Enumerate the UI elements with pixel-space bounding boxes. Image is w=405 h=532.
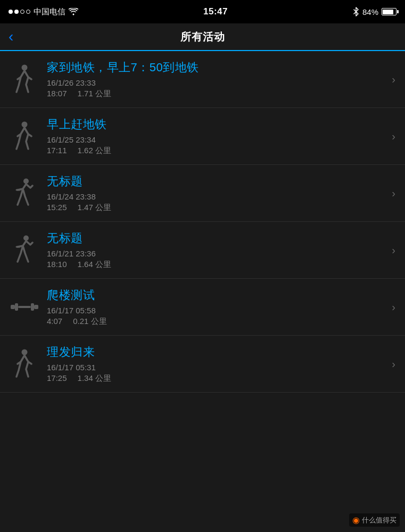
activity-duration: 17:25	[47, 373, 67, 384]
activity-content: 爬楼测试 16/1/17 05:58 4:07 0.21 公里	[47, 287, 387, 327]
activity-list: 家到地铁，早上7：50到地铁 16/1/26 23:33 18:07 1.71 …	[0, 51, 405, 532]
nav-bar: ‹ 所有活动	[0, 23, 405, 51]
activity-title: 爬楼测试	[47, 287, 387, 303]
activity-date: 16/1/17 05:58	[47, 306, 387, 315]
activity-distance: 1.62 公里	[78, 146, 111, 156]
activity-stats: 18:10 1.64 公里	[47, 260, 387, 270]
chevron-right-icon: ›	[392, 358, 395, 370]
status-left: 中国电信	[9, 7, 78, 17]
svg-point-2	[23, 179, 29, 184]
activity-content: 理发归来 16/1/17 05:31 17:25 1.34 公里	[47, 344, 387, 384]
svg-rect-6	[15, 303, 18, 311]
activity-item[interactable]: 早上赶地铁 16/1/25 23:34 17:11 1.62 公里 ›	[0, 108, 405, 165]
activity-title: 无标题	[47, 230, 387, 246]
chevron-right-icon: ›	[392, 73, 395, 86]
activity-stats: 17:25 1.34 公里	[47, 373, 387, 384]
activity-content: 无标题 16/1/24 23:38 15:25 1.47 公里	[47, 173, 387, 213]
activity-title: 理发归来	[47, 344, 387, 360]
watermark-text: 什么值得买	[362, 516, 396, 525]
svg-rect-4	[11, 305, 15, 309]
carrier-label: 中国电信	[34, 7, 65, 17]
status-time: 15:47	[203, 6, 228, 17]
activity-stats: 15:25 1.47 公里	[47, 203, 387, 213]
activity-stats: 18:07 1.71 公里	[47, 89, 387, 99]
chevron-right-icon: ›	[392, 301, 395, 313]
activity-content: 家到地铁，早上7：50到地铁 16/1/26 23:33 18:07 1.71 …	[47, 60, 387, 99]
svg-rect-8	[18, 306, 31, 308]
activity-item[interactable]: 无标题 16/1/21 23:36 18:10 1.64 公里 ›	[0, 222, 405, 279]
svg-point-0	[22, 65, 28, 71]
activity-distance: 1.47 公里	[78, 203, 111, 213]
svg-rect-5	[34, 305, 38, 309]
walk-icon	[10, 348, 39, 380]
activity-item[interactable]: 爬楼测试 16/1/17 05:58 4:07 0.21 公里 ›	[0, 279, 405, 336]
svg-point-1	[22, 122, 28, 128]
activity-distance: 1.64 公里	[78, 260, 111, 270]
page-title: 所有活动	[180, 30, 225, 44]
signal-dot-4	[26, 10, 30, 14]
back-button[interactable]: ‹	[9, 29, 13, 44]
activity-duration: 18:07	[47, 89, 67, 99]
chevron-right-icon: ›	[392, 187, 395, 200]
walk-icon	[10, 63, 39, 95]
activity-date: 16/1/25 23:34	[47, 135, 387, 144]
activity-date: 16/1/21 23:36	[47, 249, 387, 258]
walk-icon	[10, 120, 39, 152]
run-icon	[10, 177, 39, 209]
signal-dot-2	[14, 10, 19, 14]
chevron-right-icon: ›	[392, 244, 395, 256]
activity-title: 无标题	[47, 173, 387, 189]
activity-title: 家到地铁，早上7：50到地铁	[47, 60, 387, 76]
activity-date: 16/1/24 23:38	[47, 192, 387, 201]
svg-point-3	[23, 236, 29, 241]
activity-date: 16/1/26 23:33	[47, 78, 387, 87]
watermark: ◉ 什么值得买	[349, 513, 400, 527]
activity-duration: 4:07	[47, 317, 62, 327]
battery-fill	[383, 10, 393, 14]
run-icon	[10, 234, 39, 266]
gym-icon	[10, 291, 39, 323]
svg-point-9	[22, 350, 28, 355]
activity-content: 无标题 16/1/21 23:36 18:10 1.64 公里	[47, 230, 387, 270]
signal-dot-1	[9, 10, 13, 14]
activity-content: 早上赶地铁 16/1/25 23:34 17:11 1.62 公里	[47, 117, 387, 156]
battery-icon	[382, 8, 396, 15]
activity-stats: 17:11 1.62 公里	[47, 146, 387, 156]
activity-item[interactable]: 无标题 16/1/24 23:38 15:25 1.47 公里 ›	[0, 165, 405, 222]
activity-distance: 1.34 公里	[78, 373, 111, 384]
activity-item[interactable]: 家到地铁，早上7：50到地铁 16/1/26 23:33 18:07 1.71 …	[0, 51, 405, 108]
status-right: 84%	[353, 7, 396, 16]
activity-duration: 18:10	[47, 260, 67, 270]
activity-title: 早上赶地铁	[47, 117, 387, 132]
activity-stats: 4:07 0.21 公里	[47, 317, 387, 327]
signal-dots	[9, 10, 30, 14]
signal-dot-3	[20, 10, 24, 14]
status-bar: 中国电信 15:47 84%	[0, 0, 405, 23]
bluetooth-icon	[353, 7, 359, 16]
battery-percent: 84%	[362, 7, 378, 16]
watermark-icon: ◉	[352, 515, 360, 525]
wifi-icon	[69, 8, 78, 15]
activity-duration: 17:11	[47, 146, 67, 156]
chevron-right-icon: ›	[392, 130, 395, 143]
activity-distance: 1.71 公里	[78, 89, 111, 99]
svg-rect-7	[31, 303, 34, 311]
activity-duration: 15:25	[47, 203, 67, 213]
activity-distance: 0.21 公里	[73, 317, 106, 327]
activity-date: 16/1/17 05:31	[47, 363, 387, 372]
activity-item[interactable]: 理发归来 16/1/17 05:31 17:25 1.34 公里 ›	[0, 336, 405, 393]
